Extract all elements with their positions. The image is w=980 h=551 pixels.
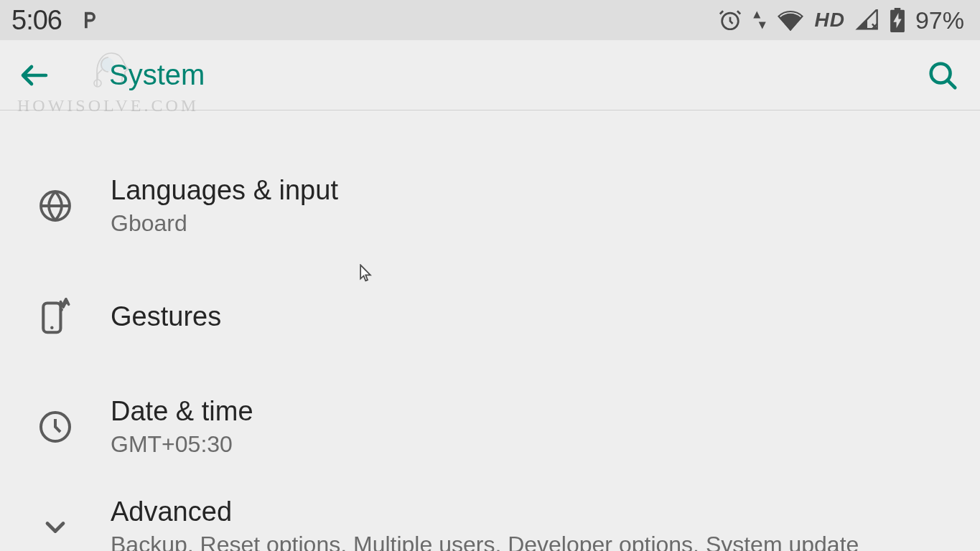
data-arrows-icon <box>752 9 767 31</box>
battery-percentage: 97% <box>915 6 964 34</box>
status-bar-right: HD 97% <box>718 6 964 34</box>
settings-item-advanced[interactable]: Advanced Backup, Reset options, Multiple… <box>0 482 980 551</box>
list-item-subtitle: Gboard <box>111 210 338 237</box>
list-item-title: Gestures <box>111 301 221 332</box>
page-title: System <box>109 59 205 91</box>
battery-charging-icon <box>890 8 905 32</box>
settings-item-gestures[interactable]: Gestures <box>0 261 980 372</box>
status-time: 5:06 <box>11 5 62 36</box>
clock-icon <box>0 410 111 444</box>
chevron-down-icon <box>0 512 111 543</box>
gestures-icon <box>0 298 111 335</box>
back-button[interactable] <box>0 41 69 110</box>
settings-list[interactable]: Languages & input Gboard Gestures <box>0 110 980 551</box>
wifi-icon <box>777 9 804 31</box>
list-item-title: Date & time <box>111 396 253 427</box>
list-item-title: Advanced <box>111 496 859 527</box>
settings-item-date-time[interactable]: Date & time GMT+05:30 <box>0 372 980 482</box>
notification-p-icon <box>78 9 99 32</box>
list-item-title: Languages & input <box>111 175 338 206</box>
status-bar-left: 5:06 <box>11 5 99 36</box>
list-item-subtitle: Backup, Reset options, Multiple users, D… <box>111 532 859 551</box>
arrow-back-icon <box>17 58 52 93</box>
svg-point-6 <box>50 326 53 329</box>
search-icon <box>926 59 959 92</box>
app-bar: System <box>0 40 980 110</box>
list-item-subtitle: GMT+05:30 <box>111 431 253 458</box>
status-bar: 5:06 HD <box>0 0 980 40</box>
alarm-icon <box>718 8 742 32</box>
globe-icon <box>0 189 111 223</box>
hd-badge: HD <box>814 9 844 32</box>
settings-item-languages-input[interactable]: Languages & input Gboard <box>0 151 980 261</box>
search-button[interactable] <box>917 50 969 101</box>
cellular-signal-icon <box>855 9 879 31</box>
